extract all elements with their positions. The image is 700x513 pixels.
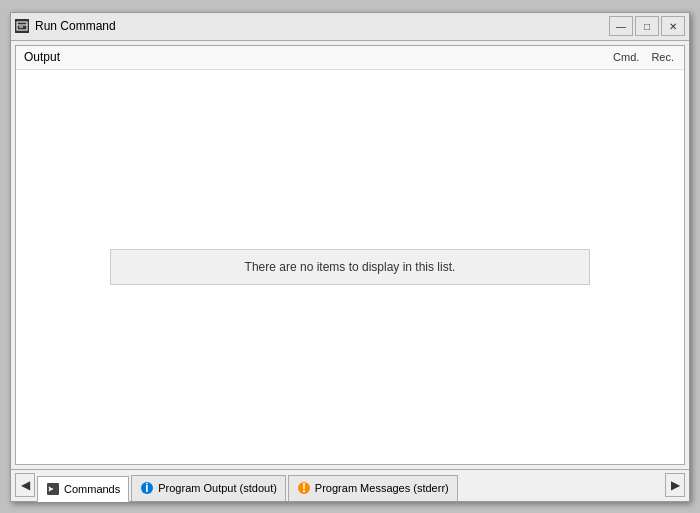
- minimize-button[interactable]: —: [609, 16, 633, 36]
- close-button[interactable]: ✕: [661, 16, 685, 36]
- rec-button[interactable]: Rec.: [649, 51, 676, 63]
- run-command-window: Run Command — □ ✕ Output Cmd. Rec. There…: [10, 12, 690, 502]
- window-controls: — □ ✕: [609, 16, 685, 36]
- cmd-button[interactable]: Cmd.: [611, 51, 641, 63]
- tab-bar: ◀ Commands i Program Output (stdout): [11, 469, 689, 501]
- tab-program-messages-label: Program Messages (stderr): [315, 482, 449, 494]
- window-title: Run Command: [35, 19, 609, 33]
- scroll-left-icon: ◀: [21, 478, 30, 492]
- empty-message: There are no items to display in this li…: [110, 249, 590, 285]
- svg-rect-0: [17, 22, 27, 30]
- scroll-right-button[interactable]: ▶: [665, 473, 685, 497]
- svg-text:i: i: [146, 481, 149, 495]
- tab-program-output-label: Program Output (stdout): [158, 482, 277, 494]
- warning-tab-icon: !: [297, 481, 311, 495]
- scroll-left-button[interactable]: ◀: [15, 473, 35, 497]
- tab-commands-label: Commands: [64, 483, 120, 495]
- output-header: Output Cmd. Rec.: [16, 46, 684, 70]
- maximize-button[interactable]: □: [635, 16, 659, 36]
- tab-program-messages[interactable]: ! Program Messages (stderr): [288, 475, 458, 501]
- title-bar: Run Command — □ ✕: [11, 13, 689, 41]
- info-tab-icon: i: [140, 481, 154, 495]
- window-icon: [15, 19, 29, 33]
- terminal-tab-icon: [46, 482, 60, 496]
- main-content: There are no items to display in this li…: [16, 70, 684, 464]
- tab-program-output[interactable]: i Program Output (stdout): [131, 475, 286, 501]
- tab-commands[interactable]: Commands: [37, 476, 129, 502]
- content-area: Output Cmd. Rec. There are no items to d…: [15, 45, 685, 465]
- header-buttons: Cmd. Rec.: [611, 51, 676, 63]
- svg-text:!: !: [302, 481, 306, 495]
- output-label: Output: [24, 50, 611, 64]
- scroll-right-icon: ▶: [671, 478, 680, 492]
